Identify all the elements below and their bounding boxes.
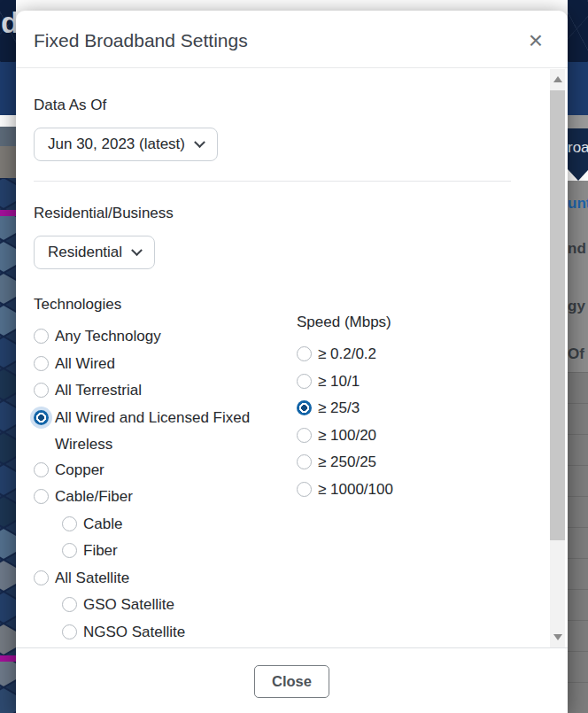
dialog-header: Fixed Broadband Settings × (16, 11, 568, 67)
radio-option-ngso-satellite[interactable]: NGSO Satellite (34, 621, 297, 648)
radio-option-label: ≥ 100/20 (318, 422, 376, 450)
background-page-left-strip: d (0, 0, 16, 713)
chevron-down-icon (194, 136, 205, 148)
background-site-header: d (0, 0, 16, 62)
radio-button-icon[interactable] (34, 489, 49, 504)
radio-option-label: ≥ 1000/100 (318, 477, 393, 504)
background-nav-bar (0, 62, 16, 115)
speed-options: ≥ 0.2/0.2≥ 10/1≥ 25/3≥ 100/20≥ 250/25≥ 1… (297, 343, 511, 505)
radio-option-label: ≥ 0.2/0.2 (318, 341, 376, 368)
section-divider (34, 181, 511, 182)
close-button[interactable]: Close (254, 665, 329, 698)
technology-options: Any TechnologyAll WiredAll TerrestrialAl… (34, 325, 297, 647)
map-route-line (0, 655, 16, 662)
radio-option-label: NGSO Satellite (83, 619, 185, 647)
close-icon[interactable]: × (522, 27, 550, 55)
radio-option-cable[interactable]: Cable (34, 513, 297, 540)
radio-option-label: Cable (83, 511, 122, 539)
residential-business-select[interactable]: Residential (34, 236, 155, 269)
scrollbar-up-arrow-icon[interactable] (550, 72, 565, 87)
chevron-down-icon (131, 244, 143, 256)
radio-button-icon[interactable] (62, 597, 77, 612)
background-map-strip (0, 178, 16, 713)
residential-business-label: Residential/Business (34, 205, 511, 222)
radio-button-icon[interactable] (62, 543, 77, 558)
radio-option-label: All Wired (55, 351, 115, 378)
speed-column: Speed (Mbps) ≥ 0.2/0.2≥ 10/1≥ 25/3≥ 100/… (297, 296, 511, 647)
map-route-line (0, 210, 16, 216)
radio-option-all-satellite[interactable]: All Satellite (34, 567, 297, 594)
radio-option-0.2-0.2[interactable]: ≥ 0.2/0.2 (297, 343, 511, 370)
radio-button-icon[interactable] (34, 383, 49, 398)
radio-option-copper[interactable]: Copper (34, 459, 297, 486)
dialog-title: Fixed Broadband Settings (34, 30, 546, 51)
background-page-right-strip: roa unt nd gy Of (568, 0, 588, 713)
radio-option-1000-100[interactable]: ≥ 1000/100 (297, 478, 511, 506)
radio-option-100-20[interactable]: ≥ 100/20 (297, 424, 511, 452)
radio-option-label: Copper (55, 457, 104, 484)
radio-button-icon[interactable] (62, 516, 77, 531)
radio-button-icon[interactable] (34, 570, 49, 585)
radio-button-icon[interactable] (297, 482, 312, 497)
background-toolbar-fragment (0, 127, 16, 146)
radio-option-all-terrestrial[interactable]: All Terrestrial (34, 379, 297, 407)
radio-option-10-1[interactable]: ≥ 10/1 (297, 370, 511, 398)
background-panel-fragment (568, 115, 588, 128)
technologies-label: Technologies (34, 296, 297, 314)
radio-option-cable-fiber[interactable]: Cable/Fiber (34, 485, 297, 513)
tab-arrow-down-icon (568, 169, 588, 181)
radio-option-label: Any Technology (55, 323, 161, 351)
speed-label: Speed (Mbps) (297, 314, 511, 331)
radio-option-fiber[interactable]: Fiber (34, 539, 297, 567)
radio-button-icon[interactable] (62, 624, 77, 639)
fixed-broadband-settings-dialog: Fixed Broadband Settings × Data As Of Ju… (16, 11, 568, 713)
radio-button-icon[interactable] (297, 374, 312, 389)
radio-button-icon[interactable] (297, 454, 312, 469)
radio-option-label: All Satellite (55, 565, 129, 593)
radio-option-label: ≥ 25/3 (318, 395, 360, 422)
radio-button-icon[interactable] (297, 346, 312, 361)
radio-option-label: ≥ 250/25 (318, 449, 376, 477)
residential-business-value: Residential (48, 244, 122, 261)
technologies-column: Technologies Any TechnologyAll WiredAll … (34, 296, 297, 647)
radio-option-25-3[interactable]: ≥ 25/3 (297, 397, 511, 424)
radio-option-250-25[interactable]: ≥ 250/25 (297, 451, 511, 478)
background-text-fragment: gy (568, 298, 588, 315)
data-as-of-value: Jun 30, 2023 (latest) (48, 136, 185, 153)
radio-option-any-technology[interactable]: Any Technology (34, 325, 297, 353)
radio-button-icon[interactable] (34, 329, 49, 344)
radio-option-all-wired-and-licensed-fixed-wireless[interactable]: All Wired and Licensed Fixed Wireless (34, 407, 297, 459)
background-text-fragment: unt (568, 195, 588, 213)
radio-option-gso-satellite[interactable]: GSO Satellite (34, 593, 297, 621)
background-table-fragment (568, 372, 588, 713)
dialog-footer: Close (16, 647, 568, 713)
radio-button-icon[interactable] (34, 410, 49, 425)
radio-option-label: Fiber (83, 538, 118, 565)
radio-option-label: All Terrestrial (55, 377, 142, 405)
radio-option-label: All Wired and Licensed Fixed Wireless (55, 405, 275, 459)
background-panel-fragment (0, 146, 16, 178)
data-as-of-label: Data As Of (34, 97, 511, 114)
dialog-scroll-area: Data As Of Jun 30, 2023 (latest) Residen… (16, 68, 568, 647)
background-tab-broadband-fragment: roa (568, 128, 588, 169)
modal-scrollbar-thumb[interactable] (550, 90, 565, 540)
background-text-fragment: Of (568, 345, 588, 363)
radio-button-icon[interactable] (34, 356, 49, 371)
radio-option-label: Cable/Fiber (55, 484, 133, 511)
filters-columns: Technologies Any TechnologyAll WiredAll … (34, 296, 511, 647)
data-as-of-select[interactable]: Jun 30, 2023 (latest) (34, 128, 218, 161)
background-text-fragment: nd (568, 240, 588, 258)
hexagon-map-pattern (0, 178, 16, 713)
site-logo-fragment: d (1, 2, 16, 44)
radio-button-icon[interactable] (297, 428, 312, 443)
radio-button-icon[interactable] (34, 462, 49, 477)
scrollbar-down-arrow-icon[interactable] (550, 630, 565, 645)
radio-option-label: GSO Satellite (83, 592, 174, 619)
background-nav-bar (568, 62, 588, 115)
radio-option-all-wired[interactable]: All Wired (34, 353, 297, 380)
radio-option-label: ≥ 10/1 (318, 368, 360, 396)
background-site-header (568, 0, 588, 62)
radio-button-icon[interactable] (297, 400, 312, 415)
